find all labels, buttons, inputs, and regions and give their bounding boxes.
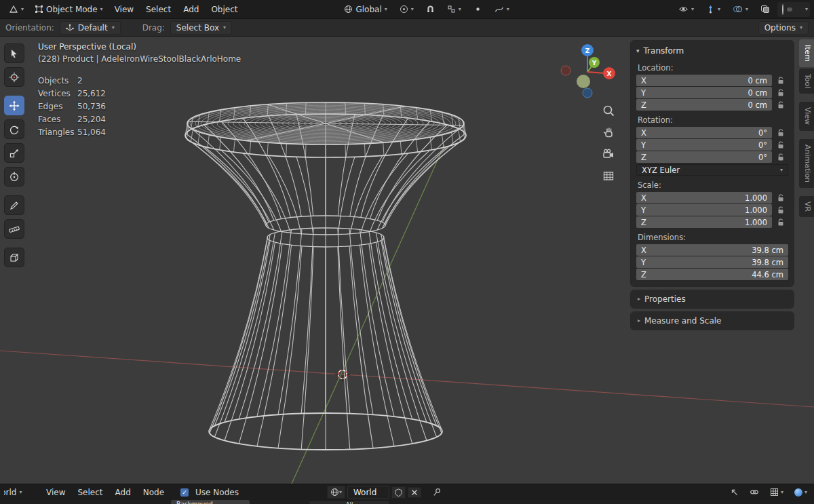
lock-icon[interactable] <box>776 140 786 150</box>
editor-type-dropdown[interactable]: ▾ <box>4 3 28 16</box>
orthographic-toggle-button[interactable] <box>600 167 617 185</box>
shading-wireframe-button[interactable] <box>779 3 786 16</box>
chevron-down-icon: ▾ <box>100 7 103 12</box>
overlays-dropdown[interactable]: ▾ <box>728 3 753 16</box>
use-nodes-checkbox[interactable]: ✓ <box>180 488 189 497</box>
lock-icon[interactable] <box>776 128 786 138</box>
material-preview-sphere-icon <box>794 488 802 497</box>
xray-icon <box>760 5 770 14</box>
lock-icon[interactable] <box>776 205 786 215</box>
fake-user-button[interactable] <box>391 486 406 499</box>
proportional-circle-icon <box>473 5 482 14</box>
sidebar-tab-view[interactable]: View <box>799 102 814 130</box>
scale-y-field[interactable]: Y1.000 <box>636 204 772 216</box>
sidebar-tab-item[interactable]: Item <box>799 39 814 67</box>
pan-button[interactable] <box>600 123 617 141</box>
location-x-field[interactable]: X0 cm <box>636 75 772 86</box>
dimensions-y-field[interactable]: Y39.8 cm <box>636 256 788 268</box>
rotate-tool[interactable] <box>4 119 24 139</box>
annotate-tool[interactable] <box>4 195 24 215</box>
menu-view[interactable]: View <box>41 486 71 499</box>
lock-icon[interactable] <box>776 152 786 162</box>
scale-x-field[interactable]: X1.000 <box>636 192 772 203</box>
proportional-falloff-dropdown[interactable]: ▾ <box>490 3 514 16</box>
chevron-down-icon: ▾ <box>745 7 748 12</box>
add-cube-tool[interactable] <box>4 248 24 267</box>
menu-add[interactable]: Add <box>110 486 136 499</box>
navigation-gizmo[interactable]: Z Y X <box>556 39 624 102</box>
shading-solid-button[interactable] <box>787 7 792 12</box>
snap-settings-dropdown[interactable]: ▾ <box>442 3 466 16</box>
sidebar-tab-tool[interactable]: Tool <box>799 69 814 94</box>
cursor-tool[interactable] <box>4 67 24 87</box>
link-button[interactable] <box>747 486 762 498</box>
lock-icon[interactable] <box>776 100 786 110</box>
rotation-x-field[interactable]: X0° <box>636 127 772 138</box>
all-dropdown[interactable]: All <box>309 500 390 504</box>
visibility-dropdown[interactable]: ▾ <box>674 3 699 16</box>
transform-orientation-dropdown[interactable]: Global ▾ <box>339 3 391 16</box>
rotation-z-field[interactable]: Z0° <box>636 151 772 163</box>
rotation-y-field[interactable]: Y0° <box>636 139 772 151</box>
back-arrow-button[interactable] <box>727 486 741 498</box>
axis-value: 39.8 cm <box>752 246 783 255</box>
mode-dropdown[interactable]: Object Mode ▾ <box>30 3 108 16</box>
dimensions-x-field[interactable]: X39.8 cm <box>636 244 788 256</box>
menu-select[interactable]: Select <box>72 486 108 499</box>
axis-value: 1.000 <box>745 206 767 215</box>
gizmos-dropdown[interactable]: ▾ <box>701 3 725 16</box>
drag-mode-dropdown[interactable]: Select Box ▾ <box>170 21 232 35</box>
axis-gizmo-svg: Z Y X <box>556 39 624 100</box>
shading-material-button[interactable] <box>793 7 798 12</box>
measure-scale-panel-header[interactable]: ▸ Measure and Scale <box>636 313 788 328</box>
preview-sphere-dropdown[interactable]: ▾ <box>792 487 810 498</box>
3d-viewport[interactable]: User Perspective (Local) (228) Product |… <box>0 37 814 484</box>
measure-tool[interactable] <box>4 219 24 239</box>
orientation-default-dropdown[interactable]: Default ▾ <box>60 21 121 35</box>
properties-panel-header[interactable]: ▸ Properties <box>636 292 788 307</box>
shader-type-dropdown[interactable]: World ▾ <box>4 488 39 497</box>
pivot-point-dropdown[interactable]: ▾ <box>395 3 419 16</box>
xray-toggle[interactable] <box>756 3 775 16</box>
sidebar-tab-vr[interactable]: VR <box>799 196 814 217</box>
lock-icon[interactable] <box>776 88 786 98</box>
menu-select[interactable]: Select <box>140 3 176 16</box>
world-name-field[interactable]: World <box>347 486 389 499</box>
unlink-button[interactable] <box>408 487 421 498</box>
transform-controls-group: Global ▾ ▾ ▾ ▾ <box>339 3 513 16</box>
background-node-header[interactable]: Background <box>171 500 250 504</box>
stat-label: Edges <box>38 102 77 111</box>
select-box-tool[interactable] <box>4 43 24 63</box>
lock-icon[interactable] <box>776 75 786 85</box>
options-dropdown[interactable]: Options ▾ <box>758 21 809 35</box>
sidebar-tab-animation[interactable]: Animation <box>799 139 814 188</box>
pin-button[interactable] <box>430 486 444 498</box>
menu-object[interactable]: Object <box>206 3 243 16</box>
stat-label: Vertices <box>38 89 77 98</box>
axis-label: Z <box>641 218 646 227</box>
camera-view-button[interactable] <box>600 145 617 163</box>
transform-panel-header[interactable]: ▾ Transform <box>636 45 788 58</box>
menu-add[interactable]: Add <box>178 3 204 16</box>
zoom-button[interactable] <box>600 102 617 119</box>
proportional-editing-toggle[interactable] <box>469 3 487 16</box>
snap-toggle[interactable] <box>421 3 440 16</box>
shading-rendered-button[interactable] <box>799 7 805 12</box>
scale-tool[interactable] <box>4 143 24 163</box>
lock-icon[interactable] <box>776 193 786 203</box>
chevron-down-icon[interactable]: ▾ <box>805 7 808 12</box>
lock-icon[interactable] <box>776 217 786 227</box>
menu-node[interactable]: Node <box>138 486 170 499</box>
rotation-mode-dropdown[interactable]: XYZ Euler ▾ <box>636 164 788 176</box>
wireframe-stool-object[interactable] <box>185 102 466 450</box>
location-y-field[interactable]: Y0 cm <box>636 87 772 98</box>
move-tool[interactable] <box>4 96 24 115</box>
dimensions-z-field[interactable]: Z44.6 cm <box>636 269 788 280</box>
browse-world-dropdown[interactable]: ▾ <box>327 486 345 499</box>
scale-z-field[interactable]: Z1.000 <box>636 216 772 228</box>
hand-icon <box>602 125 615 139</box>
snap-grid-dropdown[interactable]: ▾ <box>767 486 786 498</box>
location-z-field[interactable]: Z0 cm <box>636 99 772 111</box>
menu-view[interactable]: View <box>109 3 139 16</box>
transform-tool[interactable] <box>4 167 24 187</box>
